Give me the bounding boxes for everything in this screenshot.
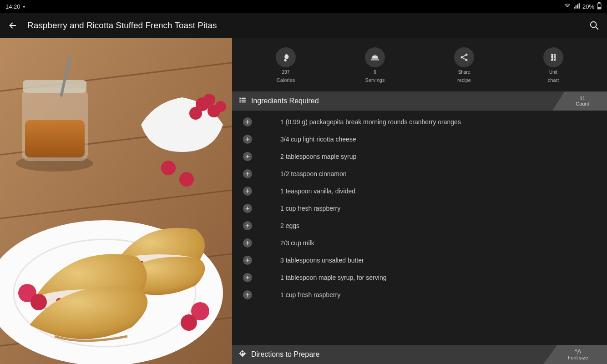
add-ingredient-button[interactable] xyxy=(243,187,252,196)
svg-point-36 xyxy=(30,294,47,310)
ingredient-row: 1 cup fresh raspberry xyxy=(232,286,607,303)
add-ingredient-button[interactable] xyxy=(243,152,252,161)
ingredient-row: 2 eggs xyxy=(232,217,607,234)
ingredient-text: 2 tablespoons maple syrup xyxy=(267,153,356,160)
unit-chart-metric[interactable]: Unit chart xyxy=(537,47,569,83)
ingredient-row: 1/2 teaspoon cinnamon xyxy=(232,165,607,182)
svg-point-41 xyxy=(465,59,468,61)
ingredient-row: 1 teaspoon vanilla, divided xyxy=(232,182,607,200)
svg-rect-43 xyxy=(554,54,556,61)
directions-icon xyxy=(238,349,247,359)
ingredient-text: 1 teaspoon vanilla, divided xyxy=(267,187,355,195)
recipe-content: 297 Calories 6 Servings Share recipe xyxy=(232,38,607,364)
ingredient-row: 2 tablespoons maple syrup xyxy=(232,148,607,165)
ingredient-text: 2 eggs xyxy=(267,222,299,229)
ingredient-text: 3/4 cup light ricotta cheese xyxy=(267,136,356,143)
add-ingredient-button[interactable] xyxy=(243,135,252,144)
add-ingredient-button[interactable] xyxy=(243,169,252,178)
svg-rect-54 xyxy=(242,100,246,101)
calories-label: Calories xyxy=(277,77,295,83)
svg-point-39 xyxy=(465,54,468,56)
ingredient-text: 1 cup fresh raspberry xyxy=(267,205,340,212)
ingredient-row: 3/4 cup light ricotta cheese xyxy=(232,131,607,148)
ingredient-row: 2/3 cup milk xyxy=(232,234,607,252)
page-title: Raspberry and Ricotta Stuffed French Toa… xyxy=(27,20,580,30)
flame-icon xyxy=(276,47,296,67)
calories-metric[interactable]: 297 Calories xyxy=(270,47,302,83)
list-icon xyxy=(238,96,247,106)
svg-rect-2 xyxy=(598,7,601,9)
svg-rect-42 xyxy=(551,54,553,61)
svg-rect-51 xyxy=(239,100,241,101)
dish-icon xyxy=(365,47,385,67)
ingredient-text: 1 cup fresh raspberry xyxy=(267,291,340,298)
status-bar: 14:20 ▪ 20% xyxy=(0,0,607,13)
directions-title: Directions to Prepare xyxy=(251,350,319,359)
svg-point-20 xyxy=(161,161,176,175)
add-ingredient-button[interactable] xyxy=(243,290,252,299)
unit-value: Unit xyxy=(549,70,557,75)
ingredient-row: 1 cup fresh raspberry xyxy=(232,200,607,217)
add-ingredient-button[interactable] xyxy=(243,221,252,230)
ingredients-count-chip[interactable]: 11 Count xyxy=(552,91,607,111)
svg-rect-52 xyxy=(239,101,241,102)
ingredient-text: 1/2 teaspoon cinnamon xyxy=(267,170,347,177)
add-ingredient-button[interactable] xyxy=(243,204,252,213)
ingredient-text: 3 tablespoons unsalted butter xyxy=(267,257,364,264)
app-bar: Raspberry and Ricotta Stuffed French Toa… xyxy=(0,13,607,38)
svg-point-18 xyxy=(203,94,215,106)
svg-rect-13 xyxy=(23,80,86,93)
ingredient-text: 1 tablespoon maple syrup, for serving xyxy=(267,274,386,281)
ingredient-text: 2/3 cup milk xyxy=(267,239,314,247)
svg-rect-12 xyxy=(25,120,85,157)
fontsize-chip[interactable]: ᴬA Font size xyxy=(543,345,607,364)
servings-value: 6 xyxy=(374,70,376,75)
share-label: recipe xyxy=(457,77,471,83)
status-time: 14:20 xyxy=(5,3,20,10)
add-ingredient-button[interactable] xyxy=(243,273,252,282)
svg-point-38 xyxy=(181,314,197,331)
ingredient-row: 3 tablespoons unsalted butter xyxy=(232,252,607,269)
add-ingredient-button[interactable] xyxy=(243,117,252,126)
servings-label: Servings xyxy=(365,77,385,83)
add-ingredient-button[interactable] xyxy=(243,238,252,248)
svg-rect-50 xyxy=(239,98,241,99)
unit-label: chart xyxy=(548,77,559,83)
ingredient-text: 1 (0.99 g) packagepita break morning rou… xyxy=(267,118,461,126)
ingredient-row: 1 tablespoon maple syrup, for serving xyxy=(232,269,607,286)
fontsize-icon: ᴬA xyxy=(575,349,582,355)
recipe-photo xyxy=(0,38,232,364)
notification-icon: ▪ xyxy=(23,3,25,10)
back-button[interactable] xyxy=(7,20,18,31)
ingredient-row: 1 (0.99 g) packagepita break morning rou… xyxy=(232,113,607,131)
ingredients-header: Ingredients Required 11 Count xyxy=(232,91,607,111)
svg-point-17 xyxy=(189,107,202,120)
share-metric[interactable]: Share recipe xyxy=(448,47,480,83)
directions-header[interactable]: Directions to Prepare ᴬA Font size xyxy=(232,345,607,364)
svg-rect-53 xyxy=(242,98,246,99)
svg-rect-55 xyxy=(242,101,246,102)
metrics-row: 297 Calories 6 Servings Share recipe xyxy=(232,38,607,91)
signal-icon xyxy=(573,3,580,10)
ruler-icon xyxy=(543,47,563,67)
battery-icon xyxy=(597,2,602,11)
search-button[interactable] xyxy=(589,20,600,31)
svg-rect-1 xyxy=(598,2,600,3)
wifi-icon xyxy=(564,3,571,10)
fontsize-label: Font size xyxy=(568,355,588,360)
svg-point-21 xyxy=(179,172,194,187)
ingredients-count-label: Count xyxy=(576,101,589,106)
calories-value: 297 xyxy=(282,70,290,75)
share-icon xyxy=(454,47,474,67)
ingredients-title: Ingredients Required xyxy=(251,97,319,105)
ingredients-count-value: 11 xyxy=(580,96,585,101)
add-ingredient-button[interactable] xyxy=(243,256,252,265)
battery-percent: 20% xyxy=(582,3,594,10)
svg-point-19 xyxy=(215,101,226,112)
svg-point-40 xyxy=(461,56,463,59)
ingredients-list[interactable]: 1 (0.99 g) packagepita break morning rou… xyxy=(232,111,607,345)
servings-metric[interactable]: 6 Servings xyxy=(359,47,391,83)
share-value: Share xyxy=(458,70,470,75)
